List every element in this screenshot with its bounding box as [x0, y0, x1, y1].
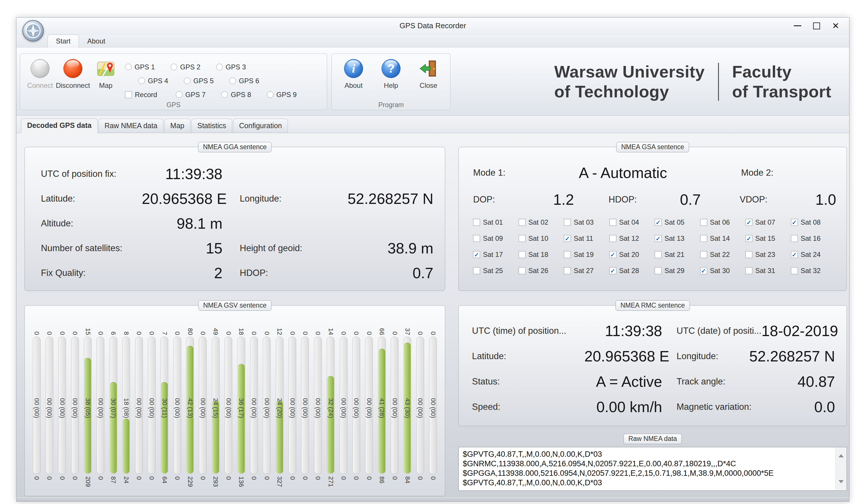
radio-icon [229, 78, 236, 84]
sat-checkbox-sat-26[interactable]: Sat 26 [519, 266, 564, 275]
checkbox-label: Sat 15 [755, 234, 775, 243]
gps-radio-gps-6[interactable]: GPS 6 [229, 77, 275, 85]
gsv-satellite-column: 000 (00)0 [389, 313, 401, 493]
azimuth-label-wrap: 64 [161, 474, 168, 493]
sat-checkbox-sat-22[interactable]: Sat 22 [700, 250, 746, 259]
gps-radio-gps-1[interactable]: GPS 1 [125, 63, 171, 71]
snr-prn-label: 00 (00) [148, 398, 155, 418]
gps-radio-gps-4[interactable]: GPS 4 [138, 77, 184, 85]
sat-checkbox-sat-16[interactable]: Sat 16 [791, 234, 837, 243]
rmc-speed-row: Speed: 0.00 km/h Magnetic variation: 0.0 [472, 394, 835, 420]
snr-prn-label: 00 (00) [33, 398, 41, 418]
raw-nmea-textbox[interactable]: $GPVTG,40.87,T,,M,0.00,N,0.00,K,D*03$GNR… [459, 447, 847, 491]
snr-bar-track: 00 (00) [96, 337, 104, 474]
sat-checkbox-sat-31[interactable]: Sat 31 [746, 266, 791, 275]
elevation-label-wrap: 0 [135, 313, 143, 335]
gga-panel-title: NMEA GGA sentence [198, 142, 272, 152]
tab-statistics[interactable]: Statistics [191, 119, 232, 133]
sat-checkbox-sat-17[interactable]: Sat 17 [473, 250, 519, 259]
close-icon: ✕ [832, 22, 839, 30]
sat-checkbox-sat-19[interactable]: Sat 19 [564, 250, 609, 259]
sat-checkbox-sat-02[interactable]: Sat 02 [519, 218, 564, 227]
close-app-button[interactable]: Close [412, 57, 445, 101]
sat-checkbox-sat-07[interactable]: Sat 07 [746, 218, 791, 227]
snr-bar-track: 42 (13) [186, 337, 194, 474]
titlebar[interactable]: GPS Data Recorder ✕ [16, 17, 849, 34]
snr-prn-label: 41 (28) [378, 398, 385, 418]
gps-radio-gps-5[interactable]: GPS 5 [184, 77, 229, 85]
minimize-button[interactable] [788, 19, 807, 33]
sat-checkbox-sat-18[interactable]: Sat 18 [519, 250, 564, 259]
about-button[interactable]: i About [337, 57, 370, 101]
azimuth-label: 0 [353, 476, 360, 480]
sat-checkbox-sat-01[interactable]: Sat 01 [473, 218, 519, 227]
sat-checkbox-sat-24[interactable]: Sat 24 [791, 250, 837, 259]
snr-prn-label: 00 (00) [199, 398, 207, 418]
tab-decoded-gps-data[interactable]: Decoded GPS data [21, 118, 98, 133]
sat-checkbox-sat-28[interactable]: Sat 28 [609, 266, 655, 275]
sat-checkbox-sat-08[interactable]: Sat 08 [791, 218, 837, 227]
sat-checkbox-sat-06[interactable]: Sat 06 [700, 218, 746, 227]
rmc-status-value: A = Active [584, 373, 662, 390]
maximize-button[interactable] [807, 19, 826, 33]
disconnect-button[interactable]: Disconnect [57, 57, 89, 101]
map-button[interactable]: Map [89, 57, 122, 101]
sat-checkbox-sat-03[interactable]: Sat 03 [564, 218, 609, 227]
raw-nmea-scrollbar[interactable] [835, 447, 846, 490]
sat-checkbox-sat-09[interactable]: Sat 09 [473, 234, 519, 243]
rmc-longitude-value: 52.268257 N [718, 348, 835, 365]
ribbon-tab-start[interactable]: Start [48, 35, 79, 48]
scroll-down-button[interactable] [839, 483, 844, 489]
sat-checkbox-sat-29[interactable]: Sat 29 [655, 266, 700, 275]
app-logo-icon[interactable] [22, 20, 44, 42]
sat-checkbox-sat-11[interactable]: Sat 11 [564, 234, 609, 243]
ribbon-tab-about[interactable]: About [79, 35, 114, 48]
gps-radio-gps-8[interactable]: GPS 8 [221, 91, 267, 99]
sat-checkbox-sat-12[interactable]: Sat 12 [609, 234, 655, 243]
azimuth-label-wrap: 136 [238, 474, 245, 493]
sat-checkbox-sat-30[interactable]: Sat 30 [700, 266, 746, 275]
elevation-label-wrap: 15 [84, 313, 92, 335]
sat-checkbox-sat-05[interactable]: Sat 05 [655, 218, 700, 227]
gsv-satellite-column: 000 (00)0 [197, 313, 209, 493]
gsv-satellite-column: 730 (11)64 [159, 313, 171, 493]
sat-checkbox-sat-25[interactable]: Sat 25 [473, 266, 519, 275]
sat-checkbox-sat-32[interactable]: Sat 32 [791, 266, 837, 275]
sat-checkbox-sat-13[interactable]: Sat 13 [655, 234, 700, 243]
sat-checkbox-sat-14[interactable]: Sat 14 [700, 234, 746, 243]
gps-radio-gps-9[interactable]: GPS 9 [267, 91, 312, 99]
tab-map[interactable]: Map [164, 119, 191, 133]
sat-checkbox-sat-04[interactable]: Sat 04 [609, 218, 655, 227]
record-checkbox[interactable]: Record [125, 91, 176, 99]
elevation-label: 14 [327, 328, 335, 335]
scroll-up-button[interactable] [839, 449, 844, 455]
sat-checkbox-sat-10[interactable]: Sat 10 [519, 234, 564, 243]
sat-checkbox-sat-15[interactable]: Sat 15 [746, 234, 791, 243]
close-window-button[interactable]: ✕ [826, 19, 845, 33]
help-button[interactable]: ? Help [374, 57, 407, 101]
snr-bar-track: 00 (00) [58, 337, 66, 474]
sat-checkbox-sat-21[interactable]: Sat 21 [655, 250, 700, 259]
azimuth-label-wrap: 209 [84, 474, 92, 493]
gsa-mode-row: Mode 1: A - Automatic Mode 2: [473, 160, 836, 186]
azimuth-label: 0 [46, 476, 53, 480]
info-icon: i [344, 59, 363, 78]
tab-configuration[interactable]: Configuration [233, 119, 288, 133]
azimuth-label-wrap: 0 [46, 474, 53, 493]
checkbox-label: Sat 12 [619, 234, 639, 243]
sat-checkbox-sat-20[interactable]: Sat 20 [609, 250, 655, 259]
azimuth-label-wrap: 229 [186, 474, 194, 493]
sat-checkbox-sat-27[interactable]: Sat 27 [564, 266, 609, 275]
gps-radio-gps-3[interactable]: GPS 3 [216, 63, 262, 71]
gps-radio-gps-2[interactable]: GPS 2 [171, 63, 216, 71]
gps-radio-gps-7[interactable]: GPS 7 [176, 91, 221, 99]
checkbox-icon [791, 267, 798, 274]
snr-prn-label: 32 (24) [327, 398, 335, 418]
connect-button[interactable]: Connect [24, 57, 57, 101]
gsv-satellite-column: 000 (00)0 [94, 313, 107, 493]
gsv-satellite-column: 000 (00)0 [261, 313, 273, 493]
gga-geoid-value: 38.9 m [302, 239, 434, 257]
tab-raw-nmea-data[interactable]: Raw NMEA data [99, 119, 163, 133]
snr-bar-track: 00 (00) [340, 337, 347, 474]
sat-checkbox-sat-23[interactable]: Sat 23 [746, 250, 791, 259]
